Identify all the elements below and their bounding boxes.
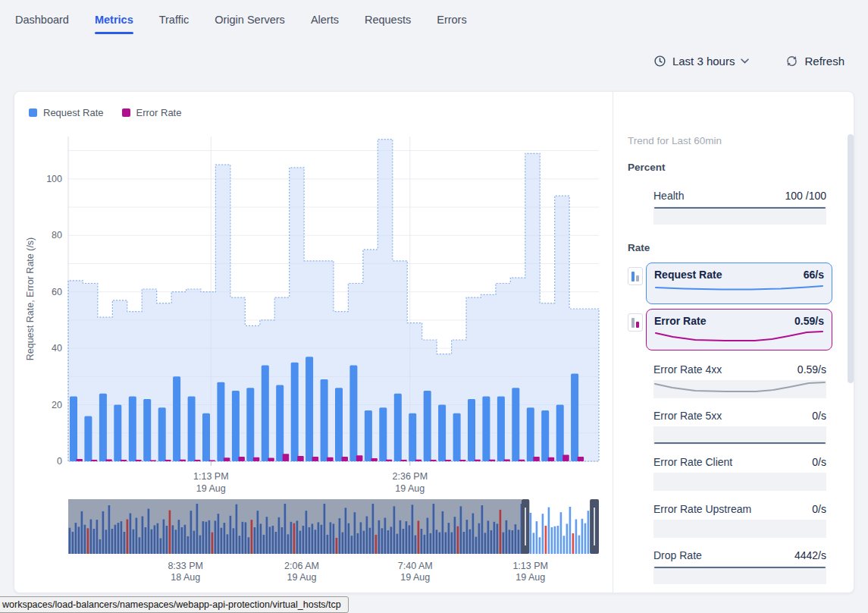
legend-item-error-rate[interactable]: Error Rate xyxy=(122,107,182,118)
metric-value: 0/s xyxy=(812,456,826,468)
sidebar-divider xyxy=(613,92,613,593)
error-rate-client-sparkline xyxy=(653,473,826,491)
svg-text:19 Aug: 19 Aug xyxy=(287,572,317,583)
error-rate-sparkline xyxy=(654,329,824,347)
svg-text:2:06 AM: 2:06 AM xyxy=(284,561,319,571)
time-brush-minimap[interactable]: 8:33 PM18 Aug2:06 AM19 Aug7:40 AM19 Aug1… xyxy=(68,499,599,586)
chevron-down-icon xyxy=(741,58,749,64)
svg-text:7:40 AM: 7:40 AM xyxy=(398,561,433,571)
metric-value: 0/s xyxy=(812,410,826,422)
error-rate-upstream-sparkline xyxy=(653,520,826,538)
metric-label: Error Rate xyxy=(654,315,706,329)
metric-label: Error Rate 5xx xyxy=(653,410,722,422)
metric-label: Error Rate 4xx xyxy=(653,363,722,376)
metric-row-drop-rate[interactable]: Drop Rate 4442/s xyxy=(653,549,826,584)
tab-dashboard[interactable]: Dashboard xyxy=(15,14,69,34)
metric-row-error-rate-5xx[interactable]: Error Rate 5xx 0/s xyxy=(653,410,826,445)
tab-origin-servers[interactable]: Origin Servers xyxy=(215,14,285,34)
svg-text:100: 100 xyxy=(46,174,62,184)
error-rate-5xx-sparkline xyxy=(653,426,826,445)
tab-requests[interactable]: Requests xyxy=(365,14,411,34)
metric-label: Drop Rate xyxy=(653,549,702,561)
svg-text:19 Aug: 19 Aug xyxy=(196,483,226,494)
brush-handle-right[interactable] xyxy=(590,499,599,554)
rate-heading: Rate xyxy=(628,242,650,253)
svg-text:60: 60 xyxy=(52,287,62,297)
metric-value: 0.59/s xyxy=(797,363,826,376)
metric-label: Error Rate Client xyxy=(653,456,732,468)
tab-alerts[interactable]: Alerts xyxy=(311,14,339,34)
svg-text:Request Rate, Error Rate (/s): Request Rate, Error Rate (/s) xyxy=(25,237,36,361)
metric-label: Request Rate xyxy=(654,269,722,283)
metric-card-error-rate[interactable]: Error Rate 0.59/s xyxy=(646,309,832,351)
bar-chart-icon-request-rate xyxy=(628,267,643,285)
clock-icon xyxy=(653,55,666,68)
svg-text:1:13 PM: 1:13 PM xyxy=(512,561,548,571)
refresh-label: Refresh xyxy=(804,55,844,68)
tab-traffic[interactable]: Traffic xyxy=(159,14,189,34)
top-nav: Dashboard Metrics Traffic Origin Servers… xyxy=(15,14,467,34)
error-rate-4xx-sparkline xyxy=(653,380,826,398)
svg-text:19 Aug: 19 Aug xyxy=(515,572,545,583)
metric-value: 4442/s xyxy=(794,549,826,561)
tab-errors[interactable]: Errors xyxy=(437,14,466,34)
metric-value: 100 /100 xyxy=(785,190,827,202)
error-rate-swatch xyxy=(122,108,130,117)
svg-text:19 Aug: 19 Aug xyxy=(400,572,430,583)
request-rate-sparkline xyxy=(654,283,824,301)
drop-rate-sparkline xyxy=(653,566,826,584)
svg-text:80: 80 xyxy=(52,230,62,240)
metric-row-error-rate-upstream[interactable]: Error Rate Upstream 0/s xyxy=(653,503,826,538)
metric-row-health[interactable]: Health 100 /100 xyxy=(653,190,826,225)
refresh-icon xyxy=(785,55,798,68)
request-error-rate-chart[interactable]: 020406080100Request Rate, Error Rate (/s… xyxy=(23,129,606,497)
legend-item-request-rate[interactable]: Request Rate xyxy=(29,107,104,118)
time-range-value: Last 3 hours xyxy=(672,55,735,68)
percent-heading: Percent xyxy=(628,162,666,173)
metric-row-error-rate-4xx[interactable]: Error Rate 4xx 0.59/s xyxy=(653,363,826,398)
request-rate-swatch xyxy=(29,108,37,117)
health-sparkline xyxy=(653,206,826,225)
tab-metrics[interactable]: Metrics xyxy=(95,14,133,34)
metric-value: 0/s xyxy=(812,503,826,515)
sidebar-scrollbar[interactable] xyxy=(848,134,854,383)
svg-text:19 Aug: 19 Aug xyxy=(395,483,425,494)
brush-handle-left[interactable] xyxy=(522,499,530,554)
svg-text:1:13 PM: 1:13 PM xyxy=(193,471,229,482)
sidebar-title: Trend for Last 60min xyxy=(628,135,722,146)
metric-value: 0.59/s xyxy=(794,315,824,329)
metric-label: Error Rate Upstream xyxy=(653,503,751,515)
time-range-selector[interactable]: Last 3 hours xyxy=(653,55,750,68)
metric-row-error-rate-client[interactable]: Error Rate Client 0/s xyxy=(653,456,826,491)
svg-text:8:33 PM: 8:33 PM xyxy=(168,561,203,571)
metric-label: Health xyxy=(653,190,684,202)
svg-text:18 Aug: 18 Aug xyxy=(171,572,200,583)
svg-text:2:36 PM: 2:36 PM xyxy=(393,471,428,482)
metric-card-request-rate[interactable]: Request Rate 66/s xyxy=(646,262,832,304)
chart-legend: Request Rate Error Rate xyxy=(29,107,181,118)
refresh-button[interactable]: Refresh xyxy=(785,55,844,68)
bar-chart-icon-error-rate xyxy=(628,313,643,332)
status-bar-url-path: workspaces/load-balancers/namespaces/web… xyxy=(0,596,349,613)
svg-text:0: 0 xyxy=(57,456,62,467)
svg-text:40: 40 xyxy=(52,343,62,354)
legend-label: Error Rate xyxy=(136,107,182,118)
metrics-dashboard-page: { "nav": { "tabs": [ {"label": "Dashboar… xyxy=(0,0,868,613)
chart-controls: Last 3 hours Refresh xyxy=(653,55,844,68)
svg-text:20: 20 xyxy=(52,400,62,410)
legend-label: Request Rate xyxy=(43,107,104,118)
metric-value: 66/s xyxy=(804,269,824,283)
